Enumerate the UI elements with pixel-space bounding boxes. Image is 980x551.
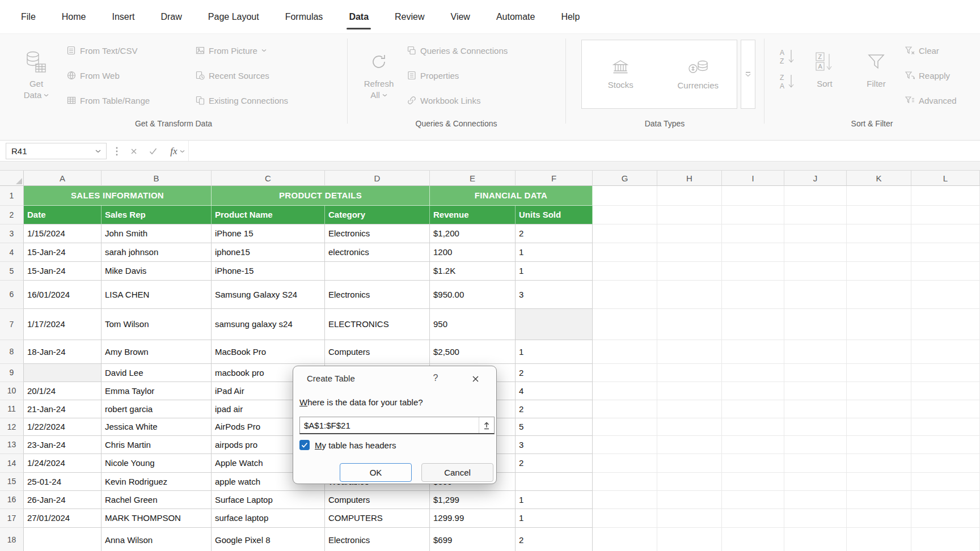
cell-H10[interactable] <box>657 382 722 400</box>
tab-insert[interactable]: Insert <box>107 0 140 33</box>
cell-D3[interactable]: Electronics <box>325 224 430 243</box>
cell-L1[interactable] <box>911 186 980 206</box>
cell-D6[interactable]: Electronics <box>325 281 430 309</box>
cell-F8[interactable]: 1 <box>516 340 593 364</box>
name-box[interactable]: R41 <box>6 143 107 159</box>
cell-H7[interactable] <box>657 309 722 340</box>
cell-D2[interactable]: Category <box>325 206 430 224</box>
cell-K4[interactable] <box>847 243 911 262</box>
row-header-8[interactable]: 8 <box>0 340 24 364</box>
cell-D17[interactable]: COMPUTERS <box>325 509 430 528</box>
cell-G18[interactable] <box>593 528 657 551</box>
cell-I1[interactable] <box>722 186 784 206</box>
cell-D8[interactable]: Computers <box>325 340 430 364</box>
merged-header-2[interactable]: PRODUCT DETAILS <box>212 186 430 206</box>
cell-E8[interactable]: $2,500 <box>430 340 516 364</box>
cell-G6[interactable] <box>593 281 657 309</box>
cell-E4[interactable]: 1200 <box>430 243 516 262</box>
cell-A17[interactable]: 27/01/2024 <box>24 509 102 528</box>
cell-A3[interactable]: 1/15/2024 <box>24 224 102 243</box>
tab-file[interactable]: File <box>16 0 41 33</box>
cell-F13[interactable]: 3 <box>516 436 593 454</box>
row-header-15[interactable]: 15 <box>0 473 24 491</box>
cell-F17[interactable]: 1 <box>516 509 593 528</box>
cell-F14[interactable]: 2 <box>516 454 593 473</box>
cell-F16[interactable]: 1 <box>516 491 593 509</box>
cell-G16[interactable] <box>593 491 657 509</box>
cell-A10[interactable]: 20/1/24 <box>24 382 102 400</box>
cell-F7[interactable] <box>516 309 593 340</box>
cell-C17[interactable]: surface laptop <box>212 509 325 528</box>
help-button[interactable]: ? <box>429 373 442 383</box>
cell-D5[interactable] <box>325 262 430 281</box>
cell-G8[interactable] <box>593 340 657 364</box>
column-header-L[interactable]: L <box>911 171 980 186</box>
cell-L4[interactable] <box>911 243 980 262</box>
cell-K5[interactable] <box>847 262 911 281</box>
column-header-C[interactable]: C <box>212 171 325 186</box>
cell-L3[interactable] <box>911 224 980 243</box>
cell-K16[interactable] <box>847 491 911 509</box>
cell-K8[interactable] <box>847 340 911 364</box>
cell-G4[interactable] <box>593 243 657 262</box>
cell-A11[interactable]: 21-Jan-24 <box>24 400 102 418</box>
cell-A15[interactable]: 25-01-24 <box>24 473 102 491</box>
cell-C4[interactable]: iphone15 <box>212 243 325 262</box>
row-header-17[interactable]: 17 <box>0 509 24 528</box>
tab-automate[interactable]: Automate <box>491 0 540 33</box>
tab-review[interactable]: Review <box>390 0 429 33</box>
cell-H5[interactable] <box>657 262 722 281</box>
formula-input[interactable] <box>188 141 980 161</box>
merged-header-3[interactable]: FINANCIAL DATA <box>430 186 593 206</box>
cell-J11[interactable] <box>784 400 847 418</box>
row-header-10[interactable]: 10 <box>0 382 24 400</box>
cell-G17[interactable] <box>593 509 657 528</box>
cell-H12[interactable] <box>657 418 722 436</box>
cell-F18[interactable]: 2 <box>516 528 593 551</box>
cell-G3[interactable] <box>593 224 657 243</box>
sort-ascending-button[interactable]: A Z <box>775 44 800 69</box>
cell-K17[interactable] <box>847 509 911 528</box>
cell-J12[interactable] <box>784 418 847 436</box>
cell-C2[interactable]: Product Name <box>212 206 325 224</box>
clear-filter-button[interactable]: Clear <box>905 43 939 58</box>
cell-F6[interactable]: 3 <box>516 281 593 309</box>
cell-G10[interactable] <box>593 382 657 400</box>
cell-L8[interactable] <box>911 340 980 364</box>
row-header-14[interactable]: 14 <box>0 454 24 473</box>
cell-K14[interactable] <box>847 454 911 473</box>
cell-I8[interactable] <box>722 340 784 364</box>
tab-data[interactable]: Data <box>344 0 374 33</box>
cell-B10[interactable]: Emma Taylor <box>102 382 212 400</box>
cell-A2[interactable]: Date <box>24 206 102 224</box>
cell-E7[interactable]: 950 <box>430 309 516 340</box>
cell-I17[interactable] <box>722 509 784 528</box>
cell-J5[interactable] <box>784 262 847 281</box>
cell-K2[interactable] <box>847 206 911 224</box>
cell-J8[interactable] <box>784 340 847 364</box>
cell-L9[interactable] <box>911 364 980 382</box>
cell-A7[interactable]: 1/17/2024 <box>24 309 102 340</box>
workbook-links-button[interactable]: Workbook Links <box>407 93 480 108</box>
column-header-B[interactable]: B <box>102 171 212 186</box>
tab-view[interactable]: View <box>446 0 475 33</box>
cell-G11[interactable] <box>593 400 657 418</box>
row-header-12[interactable]: 12 <box>0 418 24 436</box>
from-text-csv-button[interactable]: From Text/CSV <box>67 43 137 58</box>
cell-I11[interactable] <box>722 400 784 418</box>
name-box-options-icon[interactable] <box>109 141 125 162</box>
column-header-K[interactable]: K <box>847 171 911 186</box>
ok-button[interactable]: OK <box>340 463 412 482</box>
row-header-5[interactable]: 5 <box>0 262 24 281</box>
cell-H6[interactable] <box>657 281 722 309</box>
cell-C7[interactable]: samsung galaxy s24 <box>212 309 325 340</box>
cell-L14[interactable] <box>911 454 980 473</box>
row-header-2[interactable]: 2 <box>0 206 24 224</box>
cell-J1[interactable] <box>784 186 847 206</box>
cell-B8[interactable]: Amy Brown <box>102 340 212 364</box>
headers-checkbox[interactable] <box>299 440 310 450</box>
close-button[interactable] <box>468 372 483 385</box>
cell-D7[interactable]: ELECTRONICS <box>325 309 430 340</box>
from-table-range-button[interactable]: From Table/Range <box>67 93 150 108</box>
data-types-more-button[interactable] <box>741 40 755 109</box>
